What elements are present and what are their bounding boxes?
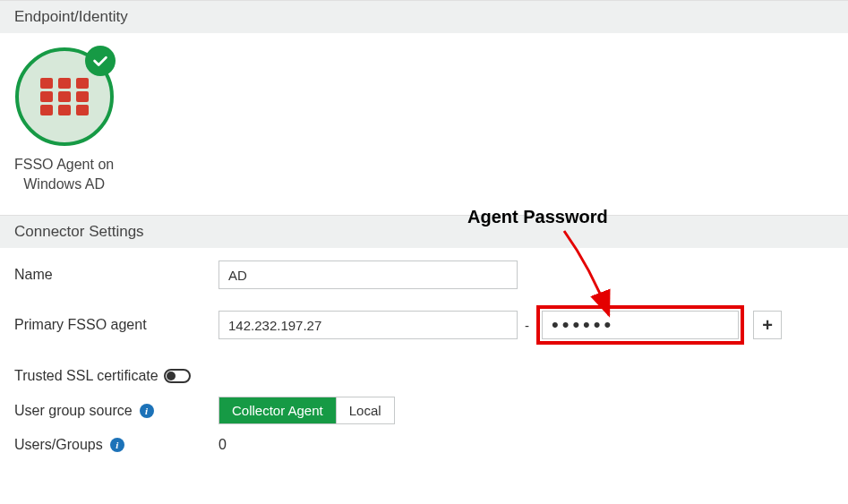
check-icon xyxy=(85,46,116,76)
annotation-label: Agent Password xyxy=(467,207,608,227)
fsso-agent-card[interactable]: FSSO Agent on Windows AD xyxy=(14,47,114,193)
option-collector-agent[interactable]: Collector Agent xyxy=(219,397,336,423)
info-icon[interactable]: i xyxy=(110,438,124,452)
user-group-source-label: User group source i xyxy=(14,403,218,419)
primary-fsso-label: Primary FSSO agent xyxy=(14,317,218,333)
name-label: Name xyxy=(14,267,218,283)
users-groups-value: 0 xyxy=(218,437,227,453)
password-highlight-box xyxy=(536,305,744,345)
trusted-ssl-label: Trusted SSL certificate xyxy=(14,368,218,384)
name-input[interactable] xyxy=(218,261,518,289)
primary-fsso-password-input[interactable] xyxy=(542,311,739,339)
user-group-source-options: Collector Agent Local xyxy=(218,397,395,424)
add-agent-button[interactable]: + xyxy=(753,311,782,339)
primary-fsso-ip-input[interactable] xyxy=(218,311,518,339)
fsso-agent-label: FSSO Agent on Windows AD xyxy=(14,155,114,193)
info-icon[interactable]: i xyxy=(140,404,154,418)
section-header-endpoint: Endpoint/Identity xyxy=(0,0,848,33)
section-header-connector: Connector Settings xyxy=(0,215,848,248)
trusted-ssl-toggle[interactable] xyxy=(164,369,191,383)
connector-form: Name Primary FSSO agent - + Trusted SSL … xyxy=(0,248,848,480)
fsso-agent-icon xyxy=(15,47,114,146)
plus-icon: + xyxy=(762,315,773,336)
separator-dash: - xyxy=(525,318,529,333)
users-groups-label: Users/Groups i xyxy=(14,437,218,453)
option-local[interactable]: Local xyxy=(336,397,394,423)
endpoint-body: FSSO Agent on Windows AD xyxy=(0,33,848,215)
